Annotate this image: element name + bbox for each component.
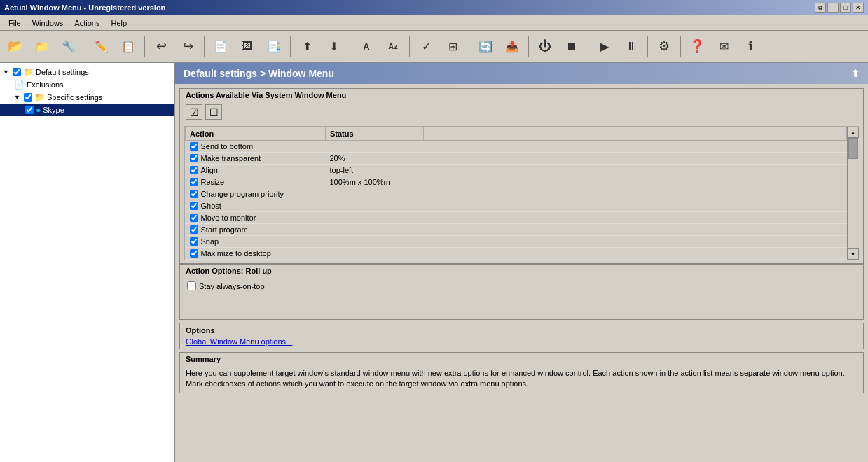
global-window-menu-options-link[interactable]: Global Window Menu options...	[186, 337, 292, 346]
toolbar-sep-2	[144, 36, 145, 57]
tb-new2[interactable]: 🖼	[235, 34, 260, 59]
tb-refresh[interactable]: 🔄	[473, 34, 498, 59]
tree-toggle-default-settings[interactable]: ▼	[3, 69, 11, 76]
table-cell-status	[326, 200, 424, 212]
table-row: Move to monitor	[186, 212, 847, 224]
tb-new1[interactable]: 📄	[208, 34, 233, 59]
menu-help[interactable]: Help	[105, 18, 132, 29]
sidebar-checkbox-skype[interactable]	[25, 106, 34, 114]
deselect-all-button[interactable]: ☐	[205, 104, 222, 120]
tree-toggle-specific-settings[interactable]: ▼	[14, 94, 22, 101]
table-row: Ghost	[186, 200, 847, 212]
tb-settings[interactable]: 🔧	[56, 34, 81, 59]
toolbar-sep-9	[588, 36, 588, 57]
options-section: Options Global Window Menu options...	[179, 323, 864, 349]
sidebar-item-label-specific-settings: Specific settings	[47, 93, 102, 102]
action-table: Action Status Send to bottom	[185, 127, 847, 260]
table-cell-action: Maximize to desktop	[186, 248, 326, 260]
table-cell-action: Resize	[186, 176, 326, 188]
tb-edit2[interactable]: 📋	[116, 34, 141, 59]
tb-play[interactable]: ▶	[592, 34, 617, 59]
action-label: Change program priority	[201, 190, 284, 198]
sidebar-item-specific-settings[interactable]: ▼ 📁 Specific settings	[0, 91, 174, 104]
menu-file[interactable]: File	[3, 18, 27, 29]
tb-check[interactable]: ✓	[413, 34, 439, 59]
tb-mail[interactable]: ✉	[711, 34, 736, 59]
sidebar-checkbox-default-settings[interactable]	[13, 68, 21, 76]
resize-icon-btn[interactable]: ⧉	[815, 3, 826, 13]
table-row: Resize 100%m x 100%m	[186, 176, 847, 188]
summary-text: Here you can supplement target window's …	[180, 365, 863, 393]
minimize-button[interactable]: —	[827, 3, 839, 13]
table-cell-status	[326, 236, 424, 248]
tb-export[interactable]: 📤	[500, 34, 525, 59]
tb-copy[interactable]: 📑	[261, 34, 287, 59]
folder-icon-specific: 📁	[34, 92, 45, 102]
stay-always-on-top-label[interactable]: Stay always-on-top	[187, 281, 856, 290]
tb-edit1[interactable]: ✏️	[89, 34, 114, 59]
table-cell-action: Snap	[186, 236, 326, 248]
action-checkbox[interactable]	[190, 166, 198, 174]
menu-windows[interactable]: Windows	[27, 18, 69, 29]
action-checkbox[interactable]	[190, 178, 198, 186]
action-checkbox[interactable]	[190, 142, 198, 150]
table-cell-action: Ghost	[186, 200, 326, 212]
sidebar-item-skype[interactable]: ● Skype	[0, 104, 174, 116]
action-checkbox[interactable]	[190, 237, 198, 246]
tb-up[interactable]: ⬆	[294, 34, 319, 59]
tb-az[interactable]: Az	[380, 34, 406, 59]
action-checkbox[interactable]	[190, 249, 198, 258]
tb-redo[interactable]: ↪	[175, 34, 200, 59]
action-checkbox[interactable]	[190, 225, 198, 234]
table-cell-status	[326, 224, 424, 236]
sidebar-item-exclusions[interactable]: 📄 Exclusions	[0, 78, 174, 91]
table-row: Send to bottom	[186, 141, 847, 153]
toolbar-sep-6	[409, 36, 410, 57]
table-row: Maximize to desktop	[186, 248, 847, 260]
table-cell-rest	[424, 188, 847, 200]
tb-info[interactable]: ℹ	[738, 34, 763, 59]
action-checkbox[interactable]	[190, 190, 198, 198]
maximize-button[interactable]: □	[840, 3, 851, 13]
tb-save[interactable]: 📁	[29, 34, 55, 59]
tb-open-folder[interactable]: 📂	[3, 34, 28, 59]
table-cell-rest	[424, 224, 847, 236]
tb-down[interactable]: ⬇	[321, 34, 346, 59]
folder-icon: 📁	[23, 67, 34, 77]
tb-pause[interactable]: ⏸	[619, 34, 644, 59]
action-label: Start program	[201, 225, 248, 234]
scrollbar-thumb[interactable]	[848, 138, 858, 159]
content-scroll-area[interactable]: Actions Available Via System Window Menu…	[175, 84, 868, 462]
header-collapse-icon[interactable]: ⬆	[851, 68, 860, 79]
table-cell-action: Start program	[186, 224, 326, 236]
close-button[interactable]: ✕	[853, 3, 864, 13]
menu-actions[interactable]: Actions	[69, 18, 105, 29]
select-all-button[interactable]: ☑	[186, 104, 202, 120]
sidebar-item-default-settings[interactable]: ▼ 📁 Default settings	[0, 66, 174, 78]
table-scrollbar[interactable]: ▲ ▼	[847, 127, 858, 260]
tb-stop[interactable]: ⏹	[559, 34, 584, 59]
table-cell-status	[326, 188, 424, 200]
table-cell-status	[326, 212, 424, 224]
action-checkbox[interactable]	[190, 214, 198, 222]
table-row: Align top-left	[186, 164, 847, 176]
tb-config[interactable]: ⚙	[652, 34, 677, 59]
scrollbar-up[interactable]: ▲	[848, 127, 859, 138]
tb-copy2[interactable]: ⊞	[440, 34, 465, 59]
tb-help[interactable]: ❓	[684, 34, 710, 59]
tb-a[interactable]: A	[354, 34, 379, 59]
scrollbar-down[interactable]: ▼	[848, 248, 859, 260]
tb-undo[interactable]: ↩	[149, 34, 174, 59]
action-checkbox[interactable]	[190, 202, 198, 210]
stay-always-on-top-checkbox[interactable]	[187, 281, 196, 290]
action-label: Resize	[201, 178, 225, 186]
action-label: Snap	[201, 237, 219, 246]
action-label: Align	[201, 166, 218, 174]
table-cell-rest	[424, 212, 847, 224]
toolbar-sep-1	[85, 36, 85, 57]
section-actions-title: Actions Available Via System Window Menu	[180, 89, 863, 102]
sidebar-checkbox-specific-settings[interactable]	[24, 93, 32, 102]
tb-power[interactable]: ⏻	[532, 34, 558, 59]
action-checkbox[interactable]	[190, 154, 198, 162]
toolbar-sep-10	[647, 36, 648, 57]
